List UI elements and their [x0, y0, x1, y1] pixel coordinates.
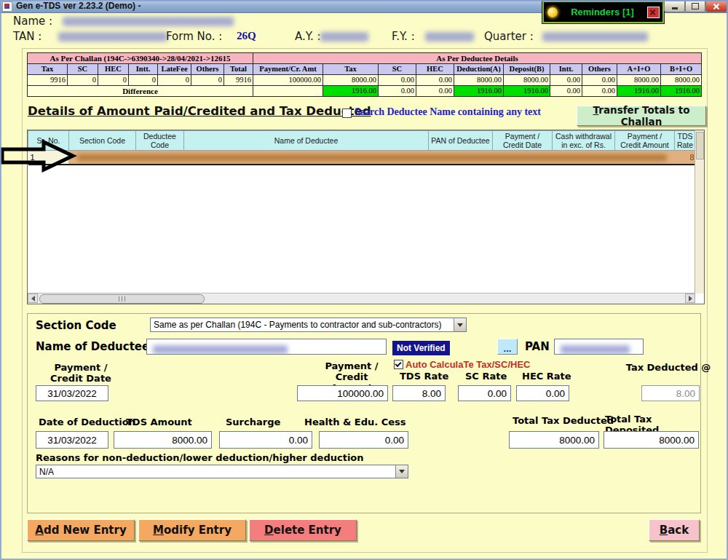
tds-amount-input[interactable]: 8000.00 — [114, 431, 212, 449]
reminders-close-icon[interactable] — [647, 7, 660, 18]
tan-label: TAN : — [13, 30, 41, 43]
hec-rate-input[interactable]: 0.00 — [516, 385, 569, 401]
minimize-icon — [672, 7, 678, 9]
challan-right-header: As Per Deductee Details — [253, 53, 702, 64]
reminders-label: Reminders [1] — [558, 7, 647, 17]
sc-rate-label: SC Rate — [465, 371, 507, 382]
difference-value: 1916.00 — [661, 86, 702, 97]
search-deductee-label: Search Deductee Name containing any text — [355, 106, 541, 118]
deductee-value: 8000.00 — [323, 75, 379, 86]
scroll-left-button[interactable] — [28, 293, 38, 303]
challan-value: 0 — [129, 75, 158, 86]
transfer-totals-button[interactable]: Transfer Totals to Challan — [577, 106, 706, 126]
payment-credit-date-input[interactable]: 31/03/2022 — [36, 385, 108, 401]
difference-value: 0.00 — [379, 86, 416, 97]
add-new-entry-button[interactable]: Add New Entry — [27, 519, 135, 541]
challan-summary-table: As Per Challan (194C->6390340->28/04/202… — [27, 52, 702, 97]
auto-calculate-checkbox[interactable] — [394, 360, 403, 369]
deductee-col: B+I+O — [661, 64, 702, 75]
not-verified-badge: Not Verified — [392, 341, 450, 355]
deductee-col: Payment/Cr. Amt — [253, 64, 323, 75]
annotation-arrow — [0, 138, 77, 175]
vertical-scroll-thumb[interactable] — [696, 132, 704, 159]
chevron-down-icon[interactable] — [454, 318, 466, 331]
entry-form-panel: Section Code Same as per Challan (194C -… — [27, 313, 701, 513]
challan-value: 9916 — [28, 75, 68, 86]
date-of-deduction-input[interactable]: 31/03/2022 — [36, 431, 108, 449]
delete-entry-button[interactable]: Delete Entry — [249, 519, 357, 541]
pan-lookup-button[interactable]: ... — [497, 339, 518, 355]
back-button[interactable]: Back — [649, 519, 700, 541]
challan-col: HEC — [98, 64, 129, 75]
deductee-col: HEC — [416, 64, 454, 75]
difference-value: 0.00 — [416, 86, 454, 97]
grid-column-header: Name of Deductee — [184, 131, 429, 151]
pan-label: PAN — [525, 340, 550, 353]
close-icon — [713, 3, 720, 10]
section-code-label: Section Code — [36, 319, 116, 332]
hec-rate-label: HEC Rate — [522, 371, 571, 382]
total-tax-deposited-input[interactable]: 8000.00 — [604, 431, 699, 449]
health-edu-cess-input[interactable]: 0.00 — [319, 431, 408, 449]
scroll-right-button[interactable] — [685, 293, 695, 303]
total-tax-deducted-input[interactable]: 8000.00 — [509, 431, 599, 449]
grid-column-header: Deductee Code — [136, 131, 184, 151]
grid-column-header: TDS Rate — [675, 131, 696, 151]
payment-credit-amount-input[interactable]: 100000.00 — [297, 385, 388, 401]
search-deductee-checkbox[interactable] — [342, 109, 352, 118]
challan-col: Intt. — [129, 64, 158, 75]
difference-value: 1916.00 — [504, 86, 550, 97]
minimize-button[interactable] — [664, 0, 685, 12]
section-code-dropdown[interactable]: Same as per Challan (194C - Payments to … — [150, 318, 467, 332]
reasons-dropdown[interactable]: N/A — [36, 465, 408, 478]
form-no-value: 26Q — [237, 30, 256, 42]
deductee-col: Intt. — [550, 64, 582, 75]
auto-calculate-label: Auto CalculaTe Tax/SC/HEC — [405, 359, 530, 370]
grid-row-1[interactable]: 1 8 — [28, 151, 696, 165]
tds-rate-input[interactable]: 8.00 — [392, 385, 446, 401]
deductee-value: 0.00 — [379, 75, 416, 86]
deductee-value: 8000.00 — [661, 75, 702, 86]
name-label: Name : — [13, 15, 52, 28]
deductee-col: SC — [379, 64, 416, 75]
deductee-value: 8000.00 — [504, 75, 550, 86]
challan-col: Tax — [28, 64, 68, 75]
window-title: Gen e-TDS ver 2.23.2 (Demo) - — [16, 1, 141, 11]
deductee-value: 8000.00 — [454, 75, 504, 86]
grid-horizontal-scrollbar[interactable] — [28, 293, 695, 304]
pan-input[interactable] — [554, 339, 644, 355]
sc-rate-input[interactable]: 0.00 — [458, 385, 511, 401]
modify-entry-button[interactable]: Modify Entry — [138, 519, 246, 541]
ay-label: A.Y. : — [295, 30, 320, 43]
deductee-name-redacted — [153, 345, 288, 354]
chevron-down-icon[interactable] — [395, 465, 408, 478]
deductee-value: 0.00 — [582, 75, 617, 86]
reminders-button[interactable]: Reminders [1] — [542, 1, 664, 23]
date-of-deduction-label: Date of Deduction — [39, 417, 135, 427]
challan-value: 0 — [98, 75, 129, 86]
surcharge-input[interactable]: 0.00 — [219, 431, 312, 449]
scroll-left-icon — [31, 296, 35, 301]
maximize-button[interactable] — [685, 0, 705, 12]
difference-value: 1916.00 — [454, 86, 504, 97]
deductee-col: A+I+O — [617, 64, 661, 75]
grid-column-header: PAN of Deductee — [429, 131, 493, 151]
scroll-right-icon — [689, 296, 692, 301]
deductee-value: 0.00 — [416, 75, 454, 86]
grid-row-tds-rate[interactable]: 8 — [675, 151, 696, 165]
deductee-col: Tax — [323, 64, 379, 75]
deductee-grid: Sr. No. Section Code Deductee Code Name … — [27, 130, 705, 304]
grid-column-header: Section Code — [69, 131, 136, 151]
horizontal-scroll-thumb[interactable] — [39, 294, 205, 304]
close-button[interactable] — [705, 0, 727, 12]
app-window: Gen e-TDS ver 2.23.2 (Demo) - Reminders … — [0, 0, 728, 560]
tds-rate-label: TDS Rate — [400, 371, 448, 382]
fy-label: F.Y. : — [392, 30, 415, 43]
name-of-deductee-input[interactable] — [146, 339, 387, 355]
total-tax-deducted-label: Total Tax Deducted — [513, 415, 614, 426]
grid-row-redacted-cells[interactable] — [69, 151, 675, 165]
lightbulb-icon — [547, 7, 558, 17]
grid-vertical-scrollbar[interactable] — [695, 130, 704, 293]
challan-left-header: As Per Challan (194C->6390340->28/04/202… — [28, 53, 253, 64]
difference-value: 1916.00 — [323, 86, 379, 97]
